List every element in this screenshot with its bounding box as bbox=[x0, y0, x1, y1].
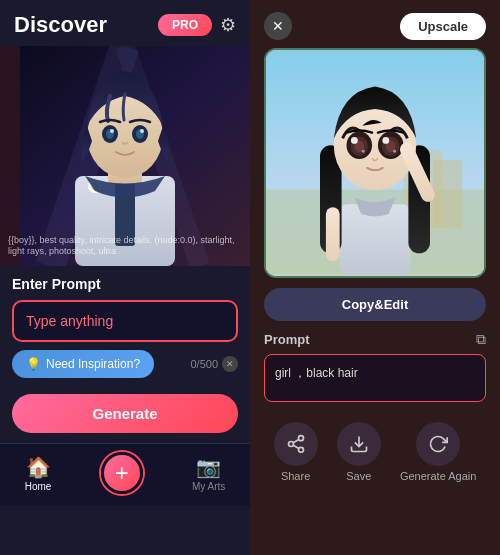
right-prompt-label: Prompt bbox=[264, 332, 310, 347]
left-panel: Discover PRO ⚙ bbox=[0, 0, 250, 555]
svg-line-41 bbox=[293, 439, 299, 442]
page-title: Discover bbox=[14, 12, 107, 38]
right-prompt-header: Prompt ⧉ bbox=[264, 331, 486, 348]
caption-text: {{boy}}, best quality, intricate details… bbox=[8, 235, 234, 257]
bulb-icon: 💡 bbox=[26, 357, 41, 371]
generate-again-label: Generate Again bbox=[400, 470, 476, 482]
prompt-input-box[interactable]: Type anything bbox=[12, 300, 238, 342]
inspiration-button[interactable]: 💡 Need Inspiration? bbox=[12, 350, 154, 378]
generate-button[interactable]: Generate bbox=[12, 394, 238, 433]
anime-boy-illustration bbox=[0, 46, 250, 266]
share-button[interactable] bbox=[274, 422, 318, 466]
anime-girl-scene bbox=[266, 50, 484, 276]
gallery-caption: {{boy}}, best quality, intricate details… bbox=[8, 235, 242, 258]
svg-point-39 bbox=[298, 447, 303, 452]
char-count: 0/500 ✕ bbox=[190, 356, 238, 372]
share-label: Share bbox=[281, 470, 310, 482]
save-icon bbox=[349, 434, 369, 454]
prompt-section: Enter Prompt Type anything 💡 Need Inspir… bbox=[0, 266, 250, 384]
svg-point-38 bbox=[288, 442, 293, 447]
svg-point-14 bbox=[140, 129, 144, 133]
svg-point-32 bbox=[382, 137, 389, 144]
prompt-input-text[interactable]: Type anything bbox=[26, 313, 113, 329]
nav-my-arts-label: My Arts bbox=[192, 481, 225, 492]
camera-icon: 📷 bbox=[196, 455, 221, 479]
svg-rect-20 bbox=[433, 160, 462, 229]
generated-image bbox=[264, 48, 486, 278]
svg-rect-16 bbox=[0, 46, 20, 266]
inspiration-row: 💡 Need Inspiration? 0/500 ✕ bbox=[12, 350, 238, 378]
create-button[interactable]: + bbox=[101, 452, 143, 494]
right-header: ✕ Upscale bbox=[250, 0, 500, 48]
right-prompt-box: girl ，black hair bbox=[264, 354, 486, 402]
svg-point-37 bbox=[298, 436, 303, 441]
clear-input-button[interactable]: ✕ bbox=[222, 356, 238, 372]
anime-girl-illustration bbox=[266, 50, 484, 276]
nav-my-arts[interactable]: 📷 My Arts bbox=[192, 455, 225, 492]
svg-rect-36 bbox=[326, 207, 340, 261]
right-bottom-actions: Share Save Generate Again bbox=[250, 410, 500, 492]
prompt-label: Enter Prompt bbox=[12, 276, 238, 292]
nav-home-label: Home bbox=[25, 481, 52, 492]
home-icon: 🏠 bbox=[26, 455, 51, 479]
svg-line-40 bbox=[293, 445, 299, 448]
copy-edit-button[interactable]: Copy&Edit bbox=[264, 288, 486, 321]
header-actions: PRO ⚙ bbox=[158, 14, 236, 36]
save-button[interactable] bbox=[337, 422, 381, 466]
copy-prompt-button[interactable]: ⧉ bbox=[476, 331, 486, 348]
bottom-navigation: 🏠 Home + 📷 My Arts bbox=[0, 443, 250, 506]
generate-again-action[interactable]: Generate Again bbox=[400, 422, 476, 482]
generate-again-button[interactable] bbox=[416, 422, 460, 466]
settings-icon[interactable]: ⚙ bbox=[220, 14, 236, 36]
svg-point-33 bbox=[362, 150, 365, 153]
right-prompt-text: girl ，black hair bbox=[275, 366, 358, 380]
svg-point-34 bbox=[393, 150, 396, 153]
refresh-icon bbox=[428, 434, 448, 454]
nav-home[interactable]: 🏠 Home bbox=[25, 455, 52, 492]
left-header: Discover PRO ⚙ bbox=[0, 0, 250, 46]
save-action[interactable]: Save bbox=[337, 422, 381, 482]
pro-button[interactable]: PRO bbox=[158, 14, 212, 36]
upscale-button[interactable]: Upscale bbox=[400, 13, 486, 40]
close-button[interactable]: ✕ bbox=[264, 12, 292, 40]
gallery-background: {{boy}}, best quality, intricate details… bbox=[0, 46, 250, 266]
share-action[interactable]: Share bbox=[274, 422, 318, 482]
svg-point-31 bbox=[351, 137, 358, 144]
svg-point-13 bbox=[110, 129, 114, 133]
right-panel: ✕ Upscale bbox=[250, 0, 500, 555]
image-gallery: {{boy}}, best quality, intricate details… bbox=[0, 46, 250, 266]
right-prompt-section: Prompt ⧉ girl ，black hair bbox=[250, 331, 500, 402]
share-icon bbox=[286, 434, 306, 454]
save-label: Save bbox=[346, 470, 371, 482]
